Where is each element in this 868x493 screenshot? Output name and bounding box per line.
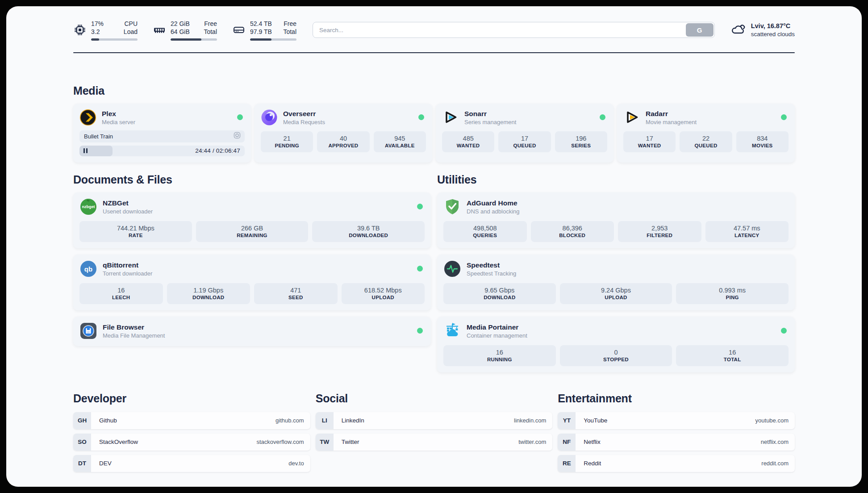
bookmark-name: DEV xyxy=(99,460,288,467)
memory-free-label: Free xyxy=(204,20,217,28)
bookmark-twitter[interactable]: TW Twitter twitter.com xyxy=(316,434,553,451)
section-title-documents: Documents & Files xyxy=(73,173,431,186)
stat-downloaded: 39.6 TBDOWNLOADED xyxy=(312,221,425,242)
app-card-speedtest[interactable]: Speedtest Speedtest Tracking 9.65 GbpsDO… xyxy=(437,255,795,310)
section-title-utilities: Utilities xyxy=(437,173,795,186)
stat-seed: 471SEED xyxy=(254,283,338,304)
section-title-entertainment: Entertainment xyxy=(558,392,795,405)
radarr-icon xyxy=(623,109,640,126)
bookmark-name: Reddit xyxy=(584,460,761,467)
qbittorrent-icon: qb xyxy=(79,260,97,278)
weather-location-temp: Lviv, 16.87°C xyxy=(751,22,795,31)
app-card-filebrowser[interactable]: File Browser Media File Management xyxy=(73,317,431,346)
bookmark-youtube[interactable]: YT YouTube youtube.com xyxy=(558,412,795,429)
sonarr-icon xyxy=(442,109,459,126)
stat-approved: 40APPROVED xyxy=(317,131,369,152)
bookmark-name: Github xyxy=(99,417,275,424)
bookmark-url: stackoverflow.com xyxy=(256,439,304,445)
status-dot xyxy=(417,204,423,209)
bookmark-url: github.com xyxy=(275,417,304,424)
overseerr-icon xyxy=(261,109,278,126)
app-title: Sonarr xyxy=(464,109,594,118)
cpu-stat: 17%3.2 CPULoad xyxy=(73,20,138,41)
memory-free-value: 22 GiB xyxy=(171,20,190,28)
bookmark-name: LinkedIn xyxy=(342,417,514,424)
app-card-plex[interactable]: Plex Media server Bullet Train xyxy=(73,104,251,163)
stat-leech: 16LEECH xyxy=(79,283,163,304)
stat-latency: 47.57 msLATENCY xyxy=(705,221,789,242)
memory-total-value: 64 GiB xyxy=(171,28,190,36)
now-playing-session-icon[interactable] xyxy=(234,132,241,141)
memory-total-label: Total xyxy=(204,28,217,36)
speedtest-icon xyxy=(443,260,461,278)
app-title: NZBGet xyxy=(103,199,412,207)
app-subtitle: Media File Management xyxy=(103,332,412,339)
bookmark-linkedin[interactable]: LI LinkedIn linkedin.com xyxy=(316,412,553,429)
bookmark-github[interactable]: GH Github github.com xyxy=(73,412,310,429)
stat-pending: 21PENDING xyxy=(261,131,313,152)
section-title-media: Media xyxy=(73,84,795,97)
app-card-portainer[interactable]: Media Portainer Container management 16R… xyxy=(437,317,795,372)
app-subtitle: Usenet downloader xyxy=(103,208,412,215)
stat-series: 196SERIES xyxy=(555,131,607,152)
bookmark-url: netflix.com xyxy=(761,439,789,445)
bookmark-initials: GH xyxy=(73,412,91,429)
header-divider xyxy=(73,52,795,53)
section-title-developer: Developer xyxy=(73,392,310,405)
app-title: Plex xyxy=(102,109,232,118)
bookmark-url: twitter.com xyxy=(518,439,546,445)
playback-progress-bar[interactable]: 24:44 / 02:06:47 xyxy=(79,146,245,156)
app-subtitle: Movie management xyxy=(646,119,776,125)
bookmark-url: youtube.com xyxy=(755,417,789,424)
section-developer: Developer GH Github github.com SO StackO… xyxy=(73,392,310,476)
cpu-load-label: Load xyxy=(124,28,138,36)
app-card-radarr[interactable]: Radarr Movie management 17WANTED 22QUEUE… xyxy=(617,104,795,163)
bookmark-stackoverflow[interactable]: SO StackOverflow stackoverflow.com xyxy=(73,434,310,451)
stat-filtered: 2,953FILTERED xyxy=(618,221,701,242)
bookmark-url: linkedin.com xyxy=(514,417,546,424)
app-title: Radarr xyxy=(646,109,776,118)
app-title: Speedtest xyxy=(467,261,789,269)
memory-stat: 22 GiB64 GiB FreeTotal xyxy=(153,20,217,41)
bookmark-name: YouTube xyxy=(584,417,755,424)
bookmark-dev[interactable]: DT DEV dev.to xyxy=(73,455,310,472)
bookmark-initials: LI xyxy=(316,412,334,429)
section-utilities: Utilities AdGuard Home DNS and adblockin… xyxy=(437,173,795,372)
status-dot xyxy=(418,114,424,120)
app-card-adguard[interactable]: AdGuard Home DNS and adblocking 498,508Q… xyxy=(437,192,795,248)
search-engine-button[interactable]: G xyxy=(686,23,714,37)
app-card-overseerr[interactable]: Overseerr Media Requests 21PENDING 40APP… xyxy=(255,104,432,163)
stat-total: 16TOTAL xyxy=(676,345,789,366)
pause-icon[interactable] xyxy=(83,148,88,153)
stat-movies: 834MOVIES xyxy=(736,131,789,152)
app-card-sonarr[interactable]: Sonarr Series management 485WANTED 17QUE… xyxy=(436,104,613,163)
bookmark-netflix[interactable]: NF Netflix netflix.com xyxy=(558,434,795,451)
svg-text:qb: qb xyxy=(84,265,92,273)
disk-total-label: Total xyxy=(283,28,296,36)
now-playing-row[interactable]: Bullet Train xyxy=(79,130,245,142)
stat-queued: 17QUEUED xyxy=(498,131,551,152)
memory-progress-bar xyxy=(171,38,217,41)
status-dot xyxy=(600,114,605,120)
svg-text:nzbget: nzbget xyxy=(82,205,95,209)
app-subtitle: Media Requests xyxy=(283,119,413,125)
disk-stat: 52.4 TB97.9 TB FreeTotal xyxy=(232,20,296,41)
stat-ping: 0.993 msPING xyxy=(676,283,789,304)
plex-icon xyxy=(79,109,96,126)
app-card-nzbget[interactable]: nzbget NZBGet Usenet downloader 744.21 M… xyxy=(73,192,431,248)
bookmark-reddit[interactable]: RE Reddit reddit.com xyxy=(558,455,795,472)
stat-download: 1.19 GbpsDOWNLOAD xyxy=(167,283,250,304)
filebrowser-icon xyxy=(79,322,97,340)
app-title: qBittorrent xyxy=(103,261,412,269)
search-input[interactable] xyxy=(313,22,715,38)
disk-total-value: 97.9 TB xyxy=(250,28,272,36)
bookmark-url: dev.to xyxy=(288,460,304,467)
app-title: Media Portainer xyxy=(467,323,776,331)
bookmark-url: reddit.com xyxy=(761,460,789,467)
app-subtitle: Series management xyxy=(464,119,594,125)
stat-running: 16RUNNING xyxy=(443,345,556,366)
app-card-qbittorrent[interactable]: qb qBittorrent Torrent downloader 16LEEC… xyxy=(73,255,431,310)
stat-blocked: 86,396BLOCKED xyxy=(531,221,614,242)
status-dot xyxy=(237,114,243,120)
app-subtitle: Torrent downloader xyxy=(103,270,412,277)
